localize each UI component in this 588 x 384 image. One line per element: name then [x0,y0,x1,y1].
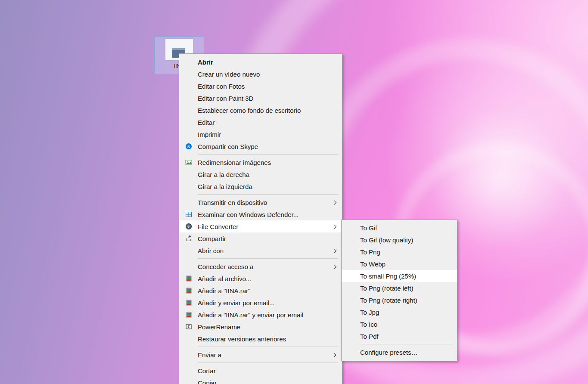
file-converter-icon [185,223,192,230]
context-menu-item[interactable]: Editar con Paint 3D [179,92,342,104]
context-menu-item[interactable]: Establecer como fondo de escritorio [179,104,342,116]
windows-defender-icon [185,211,192,218]
menu-item-icon [185,367,192,374]
menu-item-label: Añadir a "IINA.rar" [198,287,342,294]
menu-item-label: Añadir y enviar por email... [198,299,342,307]
submenu-item[interactable]: To Png (rotate right) [342,294,457,306]
winrar-icon [185,311,192,318]
chevron-right-icon [334,224,337,229]
context-menu-item[interactable]: Crear un vídeo nuevo [179,68,342,80]
menu-item-label: Conceder acceso a [198,263,334,270]
context-menu-item[interactable]: S Compartir con Skype [179,140,342,152]
context-menu-item[interactable]: Transmitir en dispositivo [179,196,342,208]
menu-item-label: To Gif [360,224,457,232]
desktop[interactable]: IINA Abrir Crear un vídeo nuevo [0,0,588,384]
chevron-right-icon [334,353,337,357]
menu-item-icon [185,199,192,206]
winrar-icon [185,275,192,282]
menu-item-label: File Converter [198,223,334,230]
menu-item-label: Establecer como fondo de escritorio [198,107,342,114]
submenu-item[interactable]: To Png [342,246,457,258]
menu-item-label: To Ico [360,321,457,328]
menu-item-icon [185,351,192,358]
menu-item-label: To Png (rotate left) [360,285,457,292]
menu-item-icon [185,107,192,114]
menu-item-icon [185,247,192,254]
menu-item-icon [185,183,192,190]
menu-item-icon [348,273,355,279]
menu-item-icon [185,335,192,342]
menu-item-label: Configure presets… [360,349,457,356]
context-menu-item[interactable]: Abrir [179,56,342,68]
context-menu-item[interactable]: Examinar con Windows Defender... [179,208,342,220]
submenu-item[interactable]: To Gif (low quality) [342,234,457,246]
chevron-right-icon [334,264,337,269]
menu-item-label: To Pdf [360,333,457,340]
context-menu-item[interactable]: File Converter [179,220,342,232]
chevron-right-icon [334,200,337,205]
menu-item-label: Enviar a [198,351,334,359]
file-converter-submenu: To Gif To Gif (low quality) To Png [341,220,457,361]
context-menu-item[interactable]: PowerRename [179,321,342,333]
context-menu-item[interactable]: Editar [179,116,342,128]
submenu-item[interactable]: To Png (rotate left) [342,282,457,294]
menu-item-label: Copiar [198,379,342,384]
menu-item-icon [348,285,355,291]
context-menu-item[interactable]: Añadir al archivo... [179,273,342,285]
submenu-item[interactable]: Configure presets… [342,346,457,358]
menu-item-icon [185,379,192,384]
context-menu-item[interactable]: Añadir a "IINA.rar" y enviar por email [179,309,342,321]
svg-text:S: S [187,144,190,149]
menu-item-label: To small Png (25%) [360,273,457,280]
menu-item-label: Editar con Fotos [198,83,342,90]
context-menu-item[interactable]: Copiar [179,377,342,384]
context-menu-item[interactable]: Cortar [179,365,342,377]
context-menu-item[interactable]: Imprimir [179,128,342,140]
menu-item-icon [348,236,355,243]
context-menu-item[interactable]: Añadir y enviar por email... [179,297,342,309]
submenu-item[interactable]: To Gif [342,222,457,234]
submenu-item[interactable]: To Webp [342,258,457,270]
menu-separator [198,258,338,259]
submenu-item[interactable]: To Jpg [342,306,457,318]
menu-item-icon [348,309,355,316]
menu-item-label: Restaurar versiones anteriores [198,335,342,343]
menu-item-label: Abrir con [198,247,334,254]
menu-item-label: Cortar [198,367,342,375]
menu-item-icon [348,349,355,356]
context-menu-item[interactable]: Abrir con [179,245,342,257]
menu-item-icon [348,297,355,303]
menu-item-label: To Webp [360,260,457,268]
context-menu-item[interactable]: Restaurar versiones anteriores [179,333,342,345]
context-menu: Abrir Crear un vídeo nuevo Editar con Fo… [179,53,342,384]
menu-item-label: Transmitir en dispositivo [198,199,334,206]
menu-item-icon [348,224,355,231]
menu-item-label: To Jpg [360,309,457,316]
context-menu-item[interactable]: Enviar a [179,349,342,361]
submenu-item[interactable]: To Ico [342,318,457,330]
menu-item-label: Editar [198,119,342,126]
menu-item-label: Examinar con Windows Defender... [198,211,342,218]
context-menu-item[interactable]: Girar a la derecha [179,168,342,180]
submenu-item[interactable]: To Pdf [342,330,457,342]
context-menu-item[interactable]: Añadir a "IINA.rar" [179,285,342,297]
context-menu-item[interactable]: Editar con Fotos [179,80,342,92]
menu-item-label: To Gif (low quality) [360,236,457,244]
skype-icon: S [185,143,192,150]
context-menu-item[interactable]: Redimensionar imágenes [179,156,342,168]
menu-separator [198,362,338,363]
context-menu-item[interactable]: Conceder acceso a [179,260,342,273]
context-menu-item[interactable]: Compartir [179,232,342,245]
menu-item-label: Añadir a "IINA.rar" y enviar por email [198,311,342,319]
winrar-icon [185,287,192,294]
menu-item-label: Redimensionar imágenes [198,159,342,166]
menu-item-icon [185,59,192,65]
powerrename-icon [185,323,192,330]
menu-item-label: Editar con Paint 3D [198,95,342,102]
menu-item-label: Girar a la derecha [198,171,342,178]
menu-item-icon [185,131,192,138]
context-menu-item[interactable]: Girar a la izquierda [179,180,342,192]
menu-item-label: Abrir [198,59,342,66]
menu-item-label: To Png (rotate right) [360,297,457,304]
submenu-item[interactable]: To small Png (25%) [342,270,457,282]
